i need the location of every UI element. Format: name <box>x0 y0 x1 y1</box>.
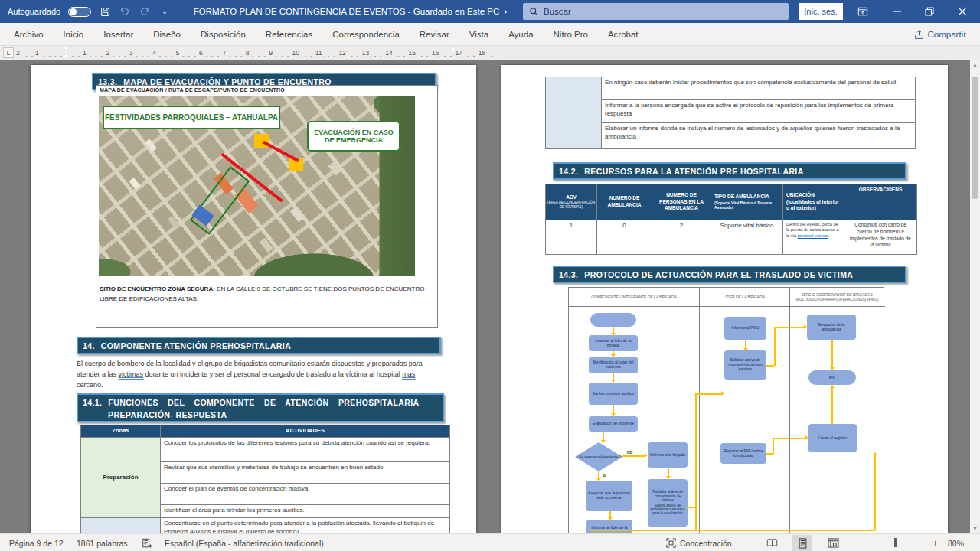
zoom-out-button[interactable]: − <box>854 534 860 551</box>
search-placeholder: Buscar <box>544 7 571 16</box>
sign-in-button[interactable]: Inic. ses. <box>799 3 843 20</box>
title-bar: Autoguardado ⌄ FORMATO PLAN DE CONTINGEN… <box>0 0 980 23</box>
ruler-number: 1 <box>34 48 40 57</box>
meeting-point-marker-1 <box>254 134 269 148</box>
tab-acrobat[interactable]: Acrobat <box>608 30 639 39</box>
tab-referencias[interactable]: Referencias <box>266 30 312 39</box>
col-header-observaciones: OBSERVACIOENS <box>844 184 917 220</box>
tab-revisar[interactable]: Revisar <box>420 30 449 39</box>
ruler-number: 3 <box>129 48 134 57</box>
flow-node: Movilización al lugar del incidente <box>589 357 638 373</box>
ribbon-display-options-button[interactable] <box>850 0 876 23</box>
flow-node: Reportar al PMU sobre lo solicitado <box>720 443 766 464</box>
col-header-acv: ACV(ÁREA DE CONCENTRACIÓN DE VÍCTIMAS) <box>545 184 597 220</box>
tab-insertar[interactable]: Insertar <box>103 30 133 39</box>
share-icon <box>914 30 924 40</box>
ruler-number: 18 <box>478 48 486 57</box>
ruler-number: 2 <box>15 48 21 57</box>
vertical-scrollbar[interactable]: ▲ ▼ <box>970 60 980 533</box>
ruler-number: 10 <box>292 48 300 57</box>
search-input[interactable]: Buscar <box>523 3 789 20</box>
page-9[interactable]: 13.3.MAPA DE EVACUACIÓN Y PUNTO DE ENCUE… <box>31 65 476 533</box>
autosave-toggle[interactable] <box>68 7 91 17</box>
page-indicator[interactable]: Página 9 de 12 <box>9 534 64 551</box>
ruler-number: 12 <box>338 48 346 57</box>
web-layout-button[interactable] <box>823 535 843 551</box>
indent-marker-right[interactable] <box>450 47 456 51</box>
evacuation-route-line <box>263 141 299 162</box>
col-header-num-personas: NUMERO DE PERSONAS EN LA AMBULANCIA <box>652 184 711 220</box>
tab-disposicion[interactable]: Disposición <box>201 30 246 39</box>
tab-nitro-pro[interactable]: Nitro Pro <box>554 30 588 39</box>
share-button[interactable]: Compartir <box>914 23 966 46</box>
evacuation-map-frame: MAPA DE EVACUACIÓN / RUTA DE ESCAPE/PUNT… <box>96 85 438 328</box>
proofing-status-icon[interactable] <box>142 534 152 551</box>
flow-node: Informar al líder de la brigada <box>589 335 638 351</box>
col-header-ubicacion: UBICACIÓN(localidades al interior o al e… <box>782 184 844 220</box>
status-bar: Página 9 de 12 1861 palabras Español (Es… <box>0 533 980 551</box>
tab-correspondencia[interactable]: Correspondencia <box>332 30 400 39</box>
zone-cell-preparacion: Preparación <box>80 437 161 518</box>
quick-access-caret-icon[interactable]: ⌄ <box>158 5 171 18</box>
flow-node: Trasladar al área de concentración de vi… <box>648 479 688 527</box>
tab-diseno[interactable]: Diseño <box>153 30 181 39</box>
zoom-slider-thumb[interactable] <box>894 538 897 547</box>
focus-icon <box>666 538 676 548</box>
col-header-tipo: TIPO DE AMBULANCIA(Soporte Vital Básico … <box>710 184 783 220</box>
close-button[interactable] <box>949 0 975 23</box>
page-10[interactable]: En ningún caso deberán iniciar procedimi… <box>501 65 948 533</box>
language-indicator[interactable]: Español (España - alfabetización tradici… <box>165 534 324 551</box>
zone-cell-cont <box>545 77 602 149</box>
flow-node: Despacho de la ambulancia <box>807 315 856 340</box>
focus-mode-button[interactable]: Concentración <box>666 534 732 551</box>
heading-14: 14.COMPONENTE ATENCIÓN PREHOSPITALARIA <box>77 337 441 354</box>
col-header-num-ambulancia: NUMERO DE AMBULANCIA <box>596 184 652 220</box>
restore-button[interactable] <box>916 0 942 23</box>
print-layout-button[interactable] <box>792 535 812 551</box>
table-row: Elaborar un informe donde se incluya el … <box>601 122 916 149</box>
flow-node: Llevar el registro <box>808 424 857 452</box>
read-mode-button[interactable] <box>762 535 782 551</box>
flow-col-header-3: JEFE O COORDINADOR DE BRIGADAS MULTIDISC… <box>789 288 885 307</box>
meeting-site-note: SITIO DE ENCUENTRO ZONA SEGURA: EN LA CA… <box>100 285 433 305</box>
indent-marker-left[interactable] <box>63 47 69 57</box>
table-row: En ningún caso deberán iniciar procedimi… <box>601 77 916 100</box>
search-icon <box>529 7 538 16</box>
flow-node: Evaluación del incidente <box>589 416 638 432</box>
minimize-button[interactable] <box>884 0 910 23</box>
word-count[interactable]: 1861 palabras <box>77 534 128 551</box>
horizontal-ruler[interactable]: L 21123456789101112131415161718 <box>0 46 980 60</box>
flow-node: Informar al PMU <box>724 317 766 340</box>
flow-end-node: FIN <box>808 370 856 385</box>
tab-inicio[interactable]: Inicio <box>63 30 83 39</box>
scroll-down-icon[interactable]: ▼ <box>970 523 980 533</box>
zoom-in-button[interactable]: + <box>933 534 939 551</box>
undo-icon[interactable] <box>119 5 131 18</box>
ruler-number: 5 <box>175 48 181 57</box>
flow-node: Dar los primeros auxilios <box>589 383 638 405</box>
heading-14-2: 14.2.RECURSOS PARA LA ATENCIÓN PRE HOSPI… <box>553 162 906 180</box>
ruler-number: 15 <box>408 48 416 57</box>
save-icon[interactable] <box>99 5 111 18</box>
cell-num-ambulancia: 0 <box>596 220 652 255</box>
tab-vista[interactable]: Vista <box>469 30 488 39</box>
map-tag-evacuation: EVACUACIÓN EN CASO DE EMERGENCIA <box>307 121 400 152</box>
tab-selector[interactable]: L <box>3 47 14 58</box>
map-tag-event: FESTIVIDADES PARROQUIALES – ATAHUALPA <box>103 106 280 129</box>
ruler-number: 16 <box>431 48 439 57</box>
tab-ayuda[interactable]: Ayuda <box>508 30 533 39</box>
scrollbar-thumb[interactable] <box>972 77 978 199</box>
redo-icon[interactable] <box>139 5 151 18</box>
scroll-up-icon[interactable]: ▲ <box>970 60 980 70</box>
title-caret-icon[interactable]: ▾ <box>504 8 507 15</box>
ruler-number: 4 <box>152 48 157 57</box>
satellite-map-image: FESTIVIDADES PARROQUIALES – ATAHUALPA EV… <box>99 96 415 276</box>
heading-14-3: 14.3.PROTOCOLO DE ACTUACCIÓN PARA EL TRA… <box>553 266 906 283</box>
table-row: Concentrarse en el punto determinado par… <box>160 517 450 533</box>
col-header-actividades: ACTIVIDADES <box>160 425 450 438</box>
cell-ubicacion: Dentro del evento, cerca de la puerta de… <box>782 220 844 255</box>
tab-archivo[interactable]: Archivo <box>14 30 43 39</box>
protocol-flowchart: COMPONENTE / INTEGRANTE DE LA BRIGADA LÍ… <box>568 287 884 533</box>
flow-node: Informar a la brigada <box>648 442 688 468</box>
zoom-level[interactable]: 80% <box>948 534 964 551</box>
